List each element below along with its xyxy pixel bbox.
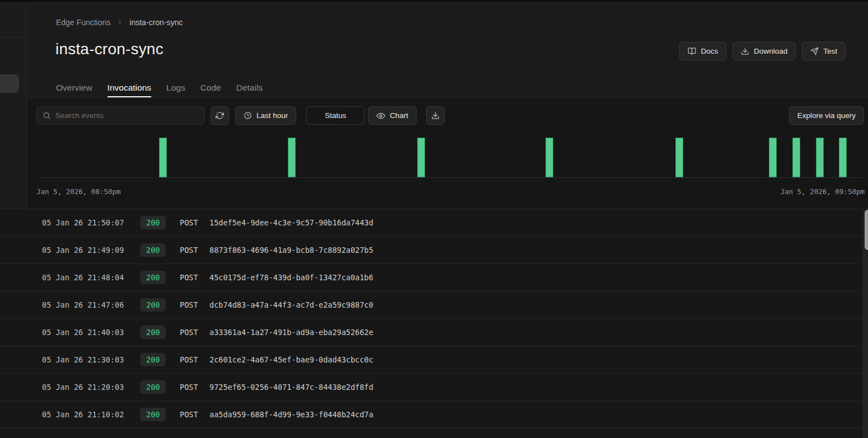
invocation-timestamp: 05 Jan 26 21:49:09 <box>42 246 124 255</box>
table-scrollbar-thumb[interactable] <box>865 210 868 250</box>
invocation-timestamp: 05 Jan 26 21:10:02 <box>42 410 124 419</box>
tab-code[interactable]: Code <box>200 78 221 97</box>
search-events-box[interactable] <box>36 106 204 125</box>
breadcrumb: Edge Functions insta-cron-sync <box>56 18 183 27</box>
status-filter-button[interactable]: Status <box>306 106 365 125</box>
chart-bar <box>288 138 296 177</box>
top-frame-strip <box>0 0 868 2</box>
invocation-id: 8873f863-4696-41a9-bcb8-7c8892a027b5 <box>209 246 374 255</box>
invocation-method: POST <box>180 328 198 337</box>
invocation-id: dcb74d83-a47a-44f3-ac7d-e2a59c9887c0 <box>209 300 374 309</box>
invocation-id: a33361a4-1a27-491b-ad9a-eba29a52662e <box>209 328 374 337</box>
table-scrollbar-track[interactable] <box>862 209 868 438</box>
clock-icon <box>244 111 252 120</box>
test-button-label: Test <box>823 47 837 55</box>
invocations-toolbar: Last hour Status Chart Explore via query <box>0 106 868 125</box>
invocation-method: POST <box>180 273 198 282</box>
search-events-input[interactable] <box>55 111 198 120</box>
invocation-method: POST <box>180 383 198 392</box>
explore-via-query-button[interactable]: Explore via query <box>789 106 864 125</box>
download-results-button[interactable] <box>426 106 445 125</box>
invocation-row[interactable]: 05 Jan 26 21:10:02 200 POST aa5da959-688… <box>0 401 868 428</box>
search-icon <box>43 111 51 120</box>
docs-button[interactable]: Docs <box>679 42 726 60</box>
chart-bar <box>545 138 553 177</box>
book-icon <box>688 47 696 55</box>
chart-end-time-label: Jan 5, 2026, 09:50pm <box>780 187 865 196</box>
invocation-method: POST <box>180 300 198 309</box>
invocation-row[interactable]: 05 Jan 26 21:48:04 200 POST 45c0175d-ef7… <box>0 264 868 291</box>
edge-function-invocations-page: Edge Functions insta-cron-sync insta-cro… <box>0 0 868 438</box>
invocation-timestamp: 05 Jan 26 21:40:03 <box>42 328 124 337</box>
function-tabs: Overview Invocations Logs Code Details <box>56 78 263 97</box>
invocation-timestamp: 05 Jan 26 21:47:06 <box>42 300 124 309</box>
invocation-timestamp: 05 Jan 26 21:20:03 <box>42 383 124 392</box>
invocation-method: POST <box>180 218 198 227</box>
eye-icon <box>376 111 385 120</box>
invocations-table: 05 Jan 26 21:50:07 200 POST 15def5e4-9de… <box>0 209 868 438</box>
refresh-button[interactable] <box>211 106 229 125</box>
invocation-row[interactable]: 05 Jan 26 21:47:06 200 POST dcb74d83-a47… <box>0 291 868 319</box>
tab-overview[interactable]: Overview <box>56 78 92 97</box>
chart-bar <box>675 138 683 177</box>
chart-bar <box>792 138 800 177</box>
docs-button-label: Docs <box>701 47 718 55</box>
status-badge: 200 <box>140 326 166 339</box>
status-badge: 200 <box>140 298 166 312</box>
status-badge: 200 <box>140 216 166 229</box>
breadcrumb-current: insta-cron-sync <box>129 18 183 27</box>
invocation-method: POST <box>180 410 198 419</box>
chart-start-time-label: Jan 5, 2026, 08:50pm <box>36 187 121 196</box>
invocation-method: POST <box>180 246 198 255</box>
tab-invocations[interactable]: Invocations <box>108 78 151 97</box>
chart-bar <box>816 138 824 177</box>
invocation-timestamp: 05 Jan 26 21:30:03 <box>42 355 124 364</box>
invocation-row[interactable]: 05 Jan 26 21:20:03 200 POST 9725ef65-025… <box>0 374 868 401</box>
invocations-table-body: 05 Jan 26 21:50:07 200 POST 15def5e4-9de… <box>0 209 868 428</box>
tab-logs[interactable]: Logs <box>166 78 185 97</box>
status-badge: 200 <box>140 271 166 284</box>
chevron-right-icon <box>116 18 124 26</box>
invocation-timestamp: 05 Jan 26 21:48:04 <box>42 273 124 282</box>
sidebar-item-highlight[interactable] <box>0 74 19 93</box>
invocation-row[interactable]: 05 Jan 26 21:49:09 200 POST 8873f863-469… <box>0 237 868 264</box>
invocation-row[interactable]: 05 Jan 26 21:40:03 200 POST a33361a4-1a2… <box>0 319 868 346</box>
status-filter-label: Status <box>325 111 346 120</box>
status-badge: 200 <box>140 353 166 366</box>
status-badge: 200 <box>140 408 166 421</box>
invocation-id: 9725ef65-0256-4071-847c-84438e2df8fd <box>209 383 374 392</box>
chart-bar <box>417 138 425 177</box>
tab-details[interactable]: Details <box>236 78 263 97</box>
chart-bar <box>769 138 777 177</box>
invocation-row[interactable]: 05 Jan 26 21:50:07 200 POST 15def5e4-9de… <box>0 209 868 237</box>
header-actions: Docs Download Test <box>679 42 846 60</box>
send-icon <box>810 47 819 55</box>
invocation-method: POST <box>180 355 198 364</box>
invocation-id: aa5da959-688f-4d99-9e33-f0448b24cd7a <box>209 410 374 419</box>
invocation-id: 2c601ce2-4a67-45ef-bae9-0dad43cbcc0c <box>209 355 374 364</box>
refresh-icon <box>216 111 224 120</box>
explore-via-query-label: Explore via query <box>797 111 856 120</box>
chart-toggle-label: Chart <box>390 111 408 120</box>
download-icon <box>741 47 749 55</box>
test-button[interactable]: Test <box>802 42 846 60</box>
invocation-id: 45c0175d-ef78-439d-ba0f-13427ca0a1b6 <box>209 273 374 282</box>
time-range-label: Last hour <box>256 111 288 120</box>
status-badge: 200 <box>140 243 166 257</box>
download-button-label: Download <box>754 47 787 55</box>
download-function-button[interactable]: Download <box>732 42 796 60</box>
time-range-button[interactable]: Last hour <box>235 106 296 125</box>
sidebar-divider <box>0 37 27 37</box>
chart-bar <box>839 138 847 177</box>
invocation-timestamp: 05 Jan 26 21:50:07 <box>42 218 124 227</box>
chart-toggle-button[interactable]: Chart <box>368 106 417 125</box>
breadcrumb-edge-functions[interactable]: Edge Functions <box>56 18 110 27</box>
download-icon <box>431 111 440 120</box>
page-title: insta-cron-sync <box>55 40 164 58</box>
invocation-row[interactable]: 05 Jan 26 21:30:03 200 POST 2c601ce2-4a6… <box>0 346 868 374</box>
status-badge: 200 <box>140 380 166 394</box>
invocations-chart[interactable] <box>36 134 862 178</box>
invocation-id: 15def5e4-9dee-4c3e-9c57-90b16da7443d <box>209 218 374 227</box>
chart-bar <box>159 138 167 177</box>
